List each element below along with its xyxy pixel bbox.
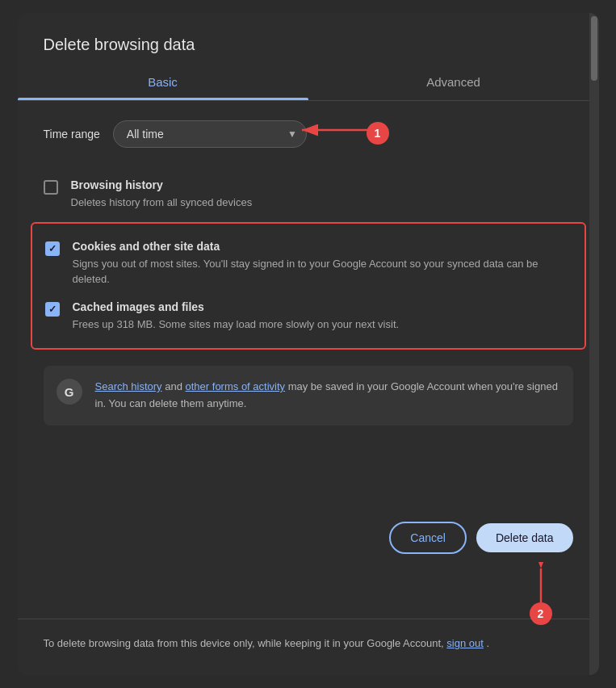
tab-advanced[interactable]: Advanced bbox=[308, 64, 599, 100]
delete-data-button[interactable]: Delete data bbox=[476, 523, 573, 552]
other-activity-link[interactable]: other forms of activity bbox=[186, 380, 286, 392]
scrollbar-track[interactable] bbox=[589, 13, 599, 675]
annotation-2-container: 2 bbox=[517, 562, 565, 625]
browsing-history-text: Browsing history Deletes history from al… bbox=[71, 178, 253, 211]
time-range-row: Time range Last hour Last 24 hours Last … bbox=[44, 120, 573, 148]
google-info-text: Search history and other forms of activi… bbox=[95, 379, 560, 413]
cached-checkbox[interactable] bbox=[45, 302, 60, 317]
cookies-text: Cookies and other site data Signs you ou… bbox=[73, 240, 572, 287]
cookies-desc: Signs you out of most sites. You'll stay… bbox=[73, 256, 572, 287]
browsing-history-item: Browsing history Deletes history from al… bbox=[44, 170, 573, 219]
tab-basic[interactable]: Basic bbox=[18, 64, 308, 100]
cookies-item: Cookies and other site data Signs you ou… bbox=[45, 233, 572, 294]
annotation-badge-1: 1 bbox=[367, 122, 389, 145]
browsing-history-title: Browsing history bbox=[71, 178, 253, 191]
main-content: Time range Last hour Last 24 hours Last … bbox=[18, 101, 599, 509]
highlighted-section: Cookies and other site data Signs you ou… bbox=[31, 222, 586, 350]
time-range-select-wrapper: Last hour Last 24 hours Last 7 days Last… bbox=[113, 120, 307, 148]
time-range-select[interactable]: Last hour Last 24 hours Last 7 days Last… bbox=[113, 120, 307, 148]
bottom-info: To delete browsing data from this device… bbox=[18, 619, 599, 675]
cookies-checkbox[interactable] bbox=[45, 241, 60, 256]
cancel-button[interactable]: Cancel bbox=[389, 522, 467, 554]
cookies-title: Cookies and other site data bbox=[73, 240, 572, 253]
cached-text: Cached images and files Frees up 318 MB.… bbox=[73, 300, 400, 333]
annotation-badge-2: 2 bbox=[530, 602, 552, 625]
google-info-box: G Search history and other forms of acti… bbox=[44, 366, 573, 426]
browsing-history-desc: Deletes history from all synced devices bbox=[71, 195, 253, 211]
time-range-label: Time range bbox=[44, 128, 100, 141]
cached-item: Cached images and files Frees up 318 MB.… bbox=[45, 294, 572, 339]
browsing-history-checkbox[interactable] bbox=[44, 180, 58, 195]
google-icon: G bbox=[57, 379, 82, 405]
search-history-link[interactable]: Search history bbox=[95, 380, 162, 392]
button-row: Cancel Delete data 2 bbox=[18, 509, 599, 570]
cached-desc: Frees up 318 MB. Some sites may load mor… bbox=[73, 317, 400, 333]
annotation-2-arrow bbox=[517, 562, 565, 602]
sign-out-link[interactable]: sign out bbox=[446, 637, 484, 649]
dialog-title: Delete browsing data bbox=[18, 13, 599, 54]
bottom-note-text: To delete browsing data from this device… bbox=[44, 636, 573, 652]
delete-browsing-data-dialog: Delete browsing data Basic Advanced Time… bbox=[18, 13, 599, 675]
tabs-container: Basic Advanced bbox=[18, 64, 599, 101]
cached-title: Cached images and files bbox=[73, 300, 400, 313]
